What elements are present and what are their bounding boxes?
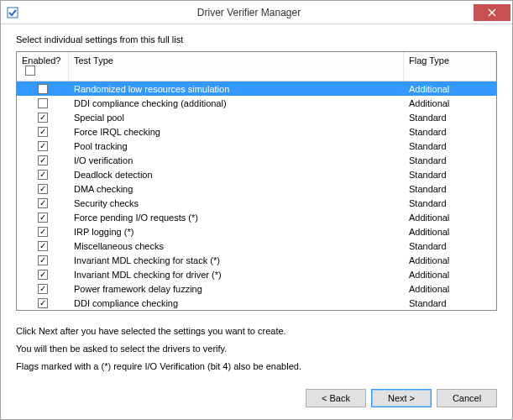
row-flag-type: Additional <box>404 227 496 237</box>
row-checkbox[interactable]: ✓ <box>38 241 48 251</box>
note-line-1: Click Next after you have selected the s… <box>16 323 497 340</box>
row-checkbox[interactable]: ✓ <box>38 227 48 237</box>
cancel-button[interactable]: Cancel <box>437 389 497 407</box>
row-test-type: Invariant MDL checking for stack (*) <box>69 255 404 265</box>
table-row[interactable]: ✓Deadlock detectionStandard <box>17 167 496 181</box>
row-checkbox-cell[interactable] <box>17 84 69 94</box>
next-button[interactable]: Next > <box>371 389 432 407</box>
app-icon <box>1 7 24 18</box>
row-checkbox[interactable]: ✓ <box>38 127 48 137</box>
row-checkbox-cell[interactable]: ✓ <box>17 213 69 223</box>
close-icon <box>488 8 496 17</box>
table-row[interactable]: Randomized low resources simulationAddit… <box>17 81 496 96</box>
content-area: Select individual settings from this ful… <box>1 24 512 382</box>
table-row[interactable]: ✓Miscellaneous checksStandard <box>17 239 496 253</box>
row-checkbox[interactable]: ✓ <box>38 184 48 194</box>
row-checkbox[interactable] <box>38 98 48 108</box>
row-checkbox[interactable]: ✓ <box>38 155 48 165</box>
back-button[interactable]: < Back <box>306 389 366 407</box>
row-checkbox-cell[interactable]: ✓ <box>17 227 69 237</box>
row-test-type: DMA checking <box>69 184 404 194</box>
row-checkbox-cell[interactable]: ✓ <box>17 270 69 280</box>
table-row[interactable]: ✓Force IRQL checkingStandard <box>17 124 496 139</box>
row-checkbox-cell[interactable]: ✓ <box>17 198 69 208</box>
table-row[interactable]: ✓DMA checkingStandard <box>17 181 496 196</box>
row-test-type: IRP logging (*) <box>69 227 404 237</box>
window: Driver Verifier Manager Select individua… <box>0 0 513 420</box>
row-checkbox[interactable]: ✓ <box>38 270 48 280</box>
row-test-type: Randomized low resources simulation <box>69 84 404 94</box>
row-checkbox[interactable] <box>38 84 48 94</box>
row-checkbox-cell[interactable]: ✓ <box>17 155 69 165</box>
table-row[interactable]: ✓Power framework delay fuzzingAdditional <box>17 281 496 296</box>
row-checkbox-cell[interactable]: ✓ <box>17 113 69 123</box>
row-checkbox[interactable]: ✓ <box>38 255 48 265</box>
row-checkbox[interactable]: ✓ <box>38 198 48 208</box>
table-row[interactable]: DDI compliance checking (additional)Addi… <box>17 96 496 110</box>
instruction-text: Select individual settings from this ful… <box>16 34 497 45</box>
row-checkbox[interactable]: ✓ <box>38 113 48 123</box>
row-flag-type: Standard <box>404 241 496 251</box>
row-flag-type: Standard <box>404 198 496 208</box>
table-row[interactable]: ✓I/O verificationStandard <box>17 153 496 167</box>
row-checkbox[interactable]: ✓ <box>38 284 48 294</box>
svg-rect-0 <box>8 8 18 18</box>
row-checkbox-cell[interactable]: ✓ <box>17 255 69 265</box>
row-test-type: Pool tracking <box>69 141 404 151</box>
row-test-type: Invariant MDL checking for driver (*) <box>69 270 404 280</box>
row-checkbox-cell[interactable]: ✓ <box>17 241 69 251</box>
titlebar: Driver Verifier Manager <box>1 1 512 24</box>
row-test-type: Power framework delay fuzzing <box>69 284 404 294</box>
row-checkbox-cell[interactable]: ✓ <box>17 170 69 180</box>
col-enabled-label: Enabled? <box>22 55 61 66</box>
row-flag-type: Standard <box>404 298 496 308</box>
table-row[interactable]: ✓IRP logging (*)Additional <box>17 224 496 239</box>
row-checkbox[interactable]: ✓ <box>38 170 48 180</box>
table-row[interactable]: ✓Invariant MDL checking for driver (*)Ad… <box>17 267 496 281</box>
row-flag-type: Additional <box>404 270 496 280</box>
table-row[interactable]: ✓Security checksStandard <box>17 196 496 210</box>
row-checkbox-cell[interactable]: ✓ <box>17 298 69 308</box>
note-line-3: Flags marked with a (*) require I/O Veri… <box>16 358 497 375</box>
row-flag-type: Standard <box>404 113 496 123</box>
list-rows: Randomized low resources simulationAddit… <box>17 81 496 310</box>
row-test-type: Special pool <box>69 113 404 123</box>
row-test-type: Force pending I/O requests (*) <box>69 213 404 223</box>
row-test-type: Force IRQL checking <box>69 127 404 137</box>
table-row[interactable]: ✓Force pending I/O requests (*)Additiona… <box>17 210 496 224</box>
row-checkbox-cell[interactable]: ✓ <box>17 141 69 151</box>
list-header: Enabled? Test Type Flag Type <box>17 52 496 81</box>
row-test-type: DDI compliance checking (additional) <box>69 98 404 108</box>
table-row[interactable]: ✓Special poolStandard <box>17 110 496 124</box>
row-checkbox-cell[interactable] <box>17 98 69 108</box>
row-test-type: Deadlock detection <box>69 170 404 180</box>
row-test-type: Miscellaneous checks <box>69 241 404 251</box>
button-bar: < Back Next > Cancel <box>1 382 512 419</box>
row-flag-type: Standard <box>404 155 496 165</box>
row-checkbox-cell[interactable]: ✓ <box>17 127 69 137</box>
table-row[interactable]: ✓Pool trackingStandard <box>17 139 496 153</box>
settings-list[interactable]: Enabled? Test Type Flag Type Randomized … <box>16 51 497 311</box>
col-enabled[interactable]: Enabled? <box>17 52 69 81</box>
row-flag-type: Standard <box>404 184 496 194</box>
row-test-type: Security checks <box>69 198 404 208</box>
row-checkbox[interactable]: ✓ <box>38 213 48 223</box>
row-flag-type: Standard <box>404 170 496 180</box>
table-row[interactable]: ✓Invariant MDL checking for stack (*)Add… <box>17 253 496 267</box>
window-title: Driver Verifier Manager <box>24 7 474 18</box>
row-test-type: I/O verification <box>69 155 404 165</box>
row-checkbox[interactable]: ✓ <box>38 141 48 151</box>
row-checkbox[interactable]: ✓ <box>38 298 48 308</box>
col-flag[interactable]: Flag Type <box>404 52 496 81</box>
table-row[interactable]: ✓DDI compliance checkingStandard <box>17 296 496 310</box>
row-checkbox-cell[interactable]: ✓ <box>17 184 69 194</box>
row-flag-type: Additional <box>404 213 496 223</box>
row-flag-type: Additional <box>404 84 496 94</box>
row-test-type: DDI compliance checking <box>69 298 404 308</box>
row-flag-type: Additional <box>404 255 496 265</box>
row-checkbox-cell[interactable]: ✓ <box>17 284 69 294</box>
header-checkbox[interactable] <box>25 66 35 76</box>
close-button[interactable] <box>474 4 510 21</box>
col-test[interactable]: Test Type <box>69 52 404 81</box>
row-flag-type: Standard <box>404 141 496 151</box>
